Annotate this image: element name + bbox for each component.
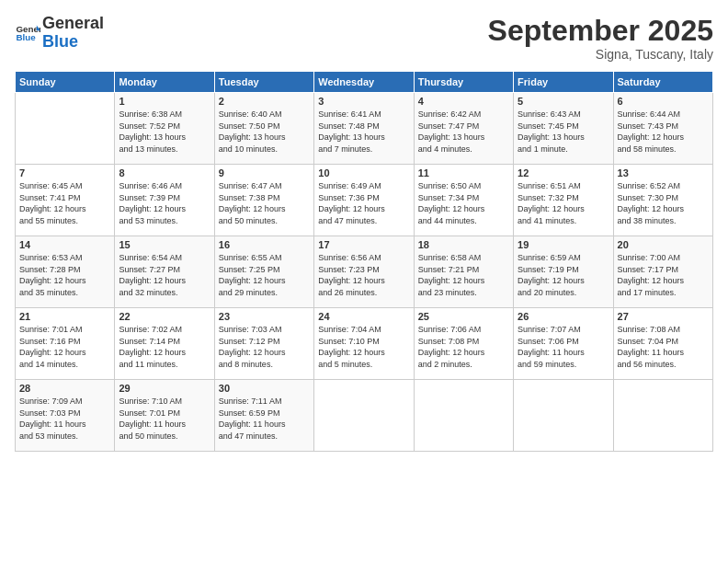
calendar-cell: 23Sunrise: 7:03 AM Sunset: 7:12 PM Dayli… — [214, 308, 313, 380]
day-number: 25 — [418, 311, 509, 322]
day-info: Sunrise: 7:06 AM Sunset: 7:08 PM Dayligh… — [418, 324, 509, 370]
calendar-cell: 17Sunrise: 6:56 AM Sunset: 7:23 PM Dayli… — [314, 236, 414, 308]
day-number: 6 — [618, 96, 709, 107]
calendar-cell: 30Sunrise: 7:11 AM Sunset: 6:59 PM Dayli… — [214, 380, 313, 452]
calendar-cell: 21Sunrise: 7:01 AM Sunset: 7:16 PM Dayli… — [16, 308, 115, 380]
header: General Blue GeneralBlue September 2025 … — [15, 15, 713, 62]
calendar-cell: 28Sunrise: 7:09 AM Sunset: 7:03 PM Dayli… — [16, 380, 115, 452]
day-number: 13 — [618, 167, 709, 178]
day-info: Sunrise: 6:50 AM Sunset: 7:34 PM Dayligh… — [418, 180, 509, 226]
day-number: 3 — [318, 96, 409, 107]
day-info: Sunrise: 7:03 AM Sunset: 7:12 PM Dayligh… — [219, 324, 310, 370]
day-info: Sunrise: 6:54 AM Sunset: 7:27 PM Dayligh… — [119, 252, 210, 298]
day-number: 30 — [219, 383, 310, 394]
svg-text:Blue: Blue — [16, 32, 36, 42]
day-number: 7 — [19, 167, 110, 178]
col-header-wednesday: Wednesday — [314, 72, 414, 93]
day-number: 16 — [219, 239, 310, 250]
day-info: Sunrise: 6:49 AM Sunset: 7:36 PM Dayligh… — [318, 180, 409, 226]
calendar-table: SundayMondayTuesdayWednesdayThursdayFrid… — [15, 71, 713, 452]
calendar-cell: 3Sunrise: 6:41 AM Sunset: 7:48 PM Daylig… — [314, 93, 414, 165]
day-info: Sunrise: 7:02 AM Sunset: 7:14 PM Dayligh… — [119, 324, 210, 370]
day-info: Sunrise: 7:09 AM Sunset: 7:03 PM Dayligh… — [19, 396, 110, 442]
col-header-friday: Friday — [514, 72, 613, 93]
day-info: Sunrise: 6:46 AM Sunset: 7:39 PM Dayligh… — [119, 180, 210, 226]
day-number: 14 — [19, 239, 110, 250]
month-title: September 2025 — [488, 15, 713, 47]
calendar-cell — [613, 380, 712, 452]
col-header-sunday: Sunday — [16, 72, 115, 93]
day-number: 1 — [119, 96, 210, 107]
day-number: 15 — [119, 239, 210, 250]
calendar-cell: 15Sunrise: 6:54 AM Sunset: 7:27 PM Dayli… — [115, 236, 214, 308]
calendar-week-3: 14Sunrise: 6:53 AM Sunset: 7:28 PM Dayli… — [16, 236, 713, 308]
day-info: Sunrise: 6:43 AM Sunset: 7:45 PM Dayligh… — [518, 109, 609, 155]
calendar-cell — [514, 380, 613, 452]
day-number: 2 — [219, 96, 310, 107]
day-number: 26 — [518, 311, 609, 322]
calendar-cell: 20Sunrise: 7:00 AM Sunset: 7:17 PM Dayli… — [613, 236, 712, 308]
day-number: 20 — [618, 239, 709, 250]
calendar-cell: 4Sunrise: 6:42 AM Sunset: 7:47 PM Daylig… — [414, 93, 513, 165]
calendar-cell: 19Sunrise: 6:59 AM Sunset: 7:19 PM Dayli… — [514, 236, 613, 308]
day-info: Sunrise: 6:42 AM Sunset: 7:47 PM Dayligh… — [418, 109, 509, 155]
col-header-tuesday: Tuesday — [214, 72, 313, 93]
calendar-cell: 29Sunrise: 7:10 AM Sunset: 7:01 PM Dayli… — [115, 380, 214, 452]
day-number: 10 — [318, 167, 409, 178]
calendar-header-row: SundayMondayTuesdayWednesdayThursdayFrid… — [16, 72, 713, 93]
day-number: 4 — [418, 96, 509, 107]
day-number: 11 — [418, 167, 509, 178]
day-info: Sunrise: 7:10 AM Sunset: 7:01 PM Dayligh… — [119, 396, 210, 442]
day-number: 12 — [518, 167, 609, 178]
calendar-cell: 12Sunrise: 6:51 AM Sunset: 7:32 PM Dayli… — [514, 165, 613, 236]
calendar-cell: 6Sunrise: 6:44 AM Sunset: 7:43 PM Daylig… — [613, 93, 712, 165]
col-header-saturday: Saturday — [613, 72, 712, 93]
calendar-cell: 18Sunrise: 6:58 AM Sunset: 7:21 PM Dayli… — [414, 236, 513, 308]
day-info: Sunrise: 6:51 AM Sunset: 7:32 PM Dayligh… — [518, 180, 609, 226]
calendar-week-2: 7Sunrise: 6:45 AM Sunset: 7:41 PM Daylig… — [16, 165, 713, 236]
calendar-cell: 27Sunrise: 7:08 AM Sunset: 7:04 PM Dayli… — [613, 308, 712, 380]
day-info: Sunrise: 6:53 AM Sunset: 7:28 PM Dayligh… — [19, 252, 110, 298]
day-number: 27 — [618, 311, 709, 322]
day-info: Sunrise: 6:58 AM Sunset: 7:21 PM Dayligh… — [418, 252, 509, 298]
calendar-cell: 9Sunrise: 6:47 AM Sunset: 7:38 PM Daylig… — [214, 165, 313, 236]
calendar-cell — [314, 380, 414, 452]
calendar-week-4: 21Sunrise: 7:01 AM Sunset: 7:16 PM Dayli… — [16, 308, 713, 380]
calendar-cell: 25Sunrise: 7:06 AM Sunset: 7:08 PM Dayli… — [414, 308, 513, 380]
day-number: 21 — [19, 311, 110, 322]
day-info: Sunrise: 6:44 AM Sunset: 7:43 PM Dayligh… — [618, 109, 709, 155]
calendar-cell — [414, 380, 513, 452]
day-info: Sunrise: 6:56 AM Sunset: 7:23 PM Dayligh… — [318, 252, 409, 298]
day-number: 23 — [219, 311, 310, 322]
logo: General Blue GeneralBlue — [15, 15, 104, 52]
day-info: Sunrise: 7:04 AM Sunset: 7:10 PM Dayligh… — [318, 324, 409, 370]
calendar-cell — [16, 93, 115, 165]
calendar-cell: 5Sunrise: 6:43 AM Sunset: 7:45 PM Daylig… — [514, 93, 613, 165]
day-info: Sunrise: 6:41 AM Sunset: 7:48 PM Dayligh… — [318, 109, 409, 155]
day-number: 5 — [518, 96, 609, 107]
subtitle: Signa, Tuscany, Italy — [488, 47, 713, 62]
day-info: Sunrise: 7:11 AM Sunset: 6:59 PM Dayligh… — [219, 396, 310, 442]
day-number: 24 — [318, 311, 409, 322]
calendar-cell: 16Sunrise: 6:55 AM Sunset: 7:25 PM Dayli… — [214, 236, 313, 308]
calendar-cell: 7Sunrise: 6:45 AM Sunset: 7:41 PM Daylig… — [16, 165, 115, 236]
calendar-cell: 13Sunrise: 6:52 AM Sunset: 7:30 PM Dayli… — [613, 165, 712, 236]
col-header-monday: Monday — [115, 72, 214, 93]
day-number: 29 — [119, 383, 210, 394]
calendar-cell: 11Sunrise: 6:50 AM Sunset: 7:34 PM Dayli… — [414, 165, 513, 236]
day-info: Sunrise: 7:08 AM Sunset: 7:04 PM Dayligh… — [618, 324, 709, 370]
day-info: Sunrise: 6:52 AM Sunset: 7:30 PM Dayligh… — [618, 180, 709, 226]
calendar-cell: 10Sunrise: 6:49 AM Sunset: 7:36 PM Dayli… — [314, 165, 414, 236]
calendar-cell: 1Sunrise: 6:38 AM Sunset: 7:52 PM Daylig… — [115, 93, 214, 165]
day-info: Sunrise: 6:45 AM Sunset: 7:41 PM Dayligh… — [19, 180, 110, 226]
day-info: Sunrise: 6:40 AM Sunset: 7:50 PM Dayligh… — [219, 109, 310, 155]
day-number: 8 — [119, 167, 210, 178]
calendar-cell: 8Sunrise: 6:46 AM Sunset: 7:39 PM Daylig… — [115, 165, 214, 236]
day-info: Sunrise: 6:38 AM Sunset: 7:52 PM Dayligh… — [119, 109, 210, 155]
day-info: Sunrise: 7:00 AM Sunset: 7:17 PM Dayligh… — [618, 252, 709, 298]
calendar-week-1: 1Sunrise: 6:38 AM Sunset: 7:52 PM Daylig… — [16, 93, 713, 165]
calendar-cell: 22Sunrise: 7:02 AM Sunset: 7:14 PM Dayli… — [115, 308, 214, 380]
calendar-cell: 26Sunrise: 7:07 AM Sunset: 7:06 PM Dayli… — [514, 308, 613, 380]
day-info: Sunrise: 6:47 AM Sunset: 7:38 PM Dayligh… — [219, 180, 310, 226]
day-number: 9 — [219, 167, 310, 178]
